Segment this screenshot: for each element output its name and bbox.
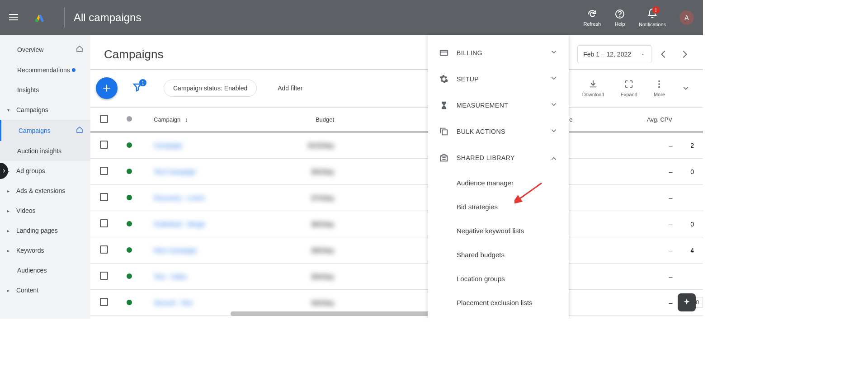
row-status[interactable] bbox=[118, 237, 145, 264]
status-header[interactable] bbox=[118, 108, 145, 132]
row-checkbox[interactable] bbox=[90, 290, 118, 316]
panel-section-measurement[interactable]: MEASUREMENT bbox=[428, 92, 569, 118]
help-button[interactable]: Help bbox=[614, 9, 625, 27]
chevron-down-icon bbox=[550, 127, 558, 137]
chevron-down-icon bbox=[550, 48, 558, 58]
row-status[interactable] bbox=[118, 185, 145, 211]
row-campaign-name[interactable]: Test - Video bbox=[145, 264, 253, 290]
google-ads-logo[interactable] bbox=[33, 10, 46, 25]
table-row[interactable]: Published - Merge $60/day Video – 0 bbox=[90, 211, 703, 237]
filter-count-badge: 1 bbox=[139, 79, 146, 86]
sidebar-item-insights[interactable]: Insights bbox=[0, 80, 90, 100]
sidebar-item-content[interactable]: ▸ Content bbox=[0, 280, 90, 300]
collapse-toolbar-button[interactable] bbox=[681, 84, 690, 93]
chevron-down-icon bbox=[550, 74, 558, 84]
sidebar-item-landing-pages[interactable]: ▸ Landing pages bbox=[0, 221, 90, 240]
dropdown-icon bbox=[640, 52, 646, 57]
row-avg-cpv: – bbox=[614, 159, 682, 185]
copy-icon bbox=[439, 127, 449, 137]
home-icon bbox=[76, 126, 83, 135]
chevron-down-icon bbox=[550, 100, 558, 110]
add-filter-link[interactable]: Add filter bbox=[278, 85, 302, 92]
budget-header[interactable]: Budget bbox=[253, 108, 343, 132]
sidebar-label: Audiences bbox=[17, 267, 47, 274]
panel-sub-shared-budgets[interactable]: Shared budgets bbox=[428, 243, 569, 267]
sidebar-item-ad-groups[interactable]: ▸ Ad groups bbox=[0, 161, 90, 181]
row-extra: 4 bbox=[681, 237, 703, 264]
row-status[interactable] bbox=[118, 264, 145, 290]
date-range-picker[interactable]: Feb 1 – 12, 2022 bbox=[577, 45, 651, 63]
caret-down-icon: ▾ bbox=[7, 108, 12, 113]
sidebar-item-videos[interactable]: ▸ Videos bbox=[0, 201, 90, 221]
menu-icon[interactable] bbox=[9, 12, 20, 23]
row-checkbox[interactable] bbox=[90, 132, 118, 159]
table-row[interactable]: Test - Video $90/day Video – bbox=[90, 264, 703, 290]
more-button[interactable]: More bbox=[654, 79, 665, 97]
recommendations-dot-icon bbox=[72, 68, 75, 72]
avg-cpv-header[interactable]: Avg. CPV bbox=[614, 108, 682, 132]
panel-section-shared-library[interactable]: SHARED LIBRARY bbox=[428, 145, 569, 171]
sidebar-label: Ad groups bbox=[16, 167, 45, 174]
filter-button[interactable]: 1 bbox=[132, 82, 143, 94]
panel-sub-asset-library[interactable]: Asset Library NEW bbox=[428, 315, 569, 319]
notifications-button[interactable]: ! Notifications bbox=[639, 8, 666, 27]
table-row[interactable]: Campaign $100/day Video – 2 bbox=[90, 132, 703, 159]
select-all-header[interactable] bbox=[90, 108, 118, 132]
row-checkbox[interactable] bbox=[90, 237, 118, 264]
row-status[interactable] bbox=[118, 132, 145, 159]
row-avg-cpv: – bbox=[614, 211, 682, 237]
assist-button[interactable] bbox=[678, 293, 696, 311]
date-next-button[interactable] bbox=[679, 49, 689, 59]
sidebar-label: Videos bbox=[16, 207, 36, 214]
panel-sub-location-groups[interactable]: Location groups bbox=[428, 267, 569, 291]
row-checkbox[interactable] bbox=[90, 264, 118, 290]
row-status[interactable] bbox=[118, 159, 145, 185]
row-campaign-name[interactable]: Test Campaign bbox=[145, 159, 253, 185]
sidebar-item-keywords[interactable]: ▸ Keywords bbox=[0, 240, 90, 260]
card-icon bbox=[439, 48, 449, 58]
sidebar-label: Insights bbox=[17, 86, 39, 94]
chevron-up-icon bbox=[550, 153, 558, 163]
row-checkbox[interactable] bbox=[90, 159, 118, 185]
row-avg-cpv: – bbox=[614, 290, 682, 316]
row-campaign-name[interactable]: Published - Merge bbox=[145, 211, 253, 237]
panel-section-billing[interactable]: BILLING bbox=[428, 40, 569, 66]
download-button[interactable]: Download bbox=[582, 79, 604, 97]
row-status[interactable] bbox=[118, 290, 145, 316]
expand-button[interactable]: Expand bbox=[621, 79, 637, 97]
date-prev-button[interactable] bbox=[659, 49, 669, 59]
table-row[interactable]: New Campaign $80/day Video – 4 bbox=[90, 237, 703, 264]
row-extra bbox=[681, 185, 703, 211]
sidebar-item-campaigns-group[interactable]: ▾ Campaigns bbox=[0, 100, 90, 120]
refresh-button[interactable]: Refresh bbox=[584, 9, 601, 27]
sidebar-item-recommendations[interactable]: Recommendations bbox=[0, 60, 90, 80]
sidebar-label: Overview bbox=[17, 46, 43, 53]
sidebar-item-auction-insights[interactable]: Auction insights bbox=[0, 141, 90, 161]
row-budget: $60/day bbox=[253, 211, 343, 237]
create-campaign-button[interactable] bbox=[96, 77, 118, 99]
campaign-header[interactable]: Campaign ↓ bbox=[145, 108, 253, 132]
panel-section-bulk-actions[interactable]: BULK ACTIONS bbox=[428, 118, 569, 145]
campaigns-table: Campaign ↓ Budget Campaign type Avg. CPV… bbox=[90, 108, 703, 316]
panel-sub-placement-exclusion-lists[interactable]: Placement exclusion lists bbox=[428, 291, 569, 315]
table-row[interactable]: Test Campaign $50/day Video – 0 bbox=[90, 159, 703, 185]
row-checkbox[interactable] bbox=[90, 211, 118, 237]
panel-sub-negative-keyword-lists[interactable]: Negative keyword lists bbox=[428, 219, 569, 243]
row-avg-cpv: – bbox=[614, 264, 682, 290]
row-status[interactable] bbox=[118, 211, 145, 237]
table-row[interactable]: Discovery - Lorem $75/day Video – bbox=[90, 185, 703, 211]
row-checkbox[interactable] bbox=[90, 185, 118, 211]
panel-sub-bid-strategies[interactable]: Bid strategies bbox=[428, 195, 569, 219]
sidebar-item-campaigns[interactable]: Campaigns bbox=[0, 120, 90, 141]
row-campaign-name[interactable]: Campaign bbox=[145, 132, 253, 159]
avatar[interactable]: A bbox=[679, 10, 694, 25]
panel-section-setup[interactable]: SETUP bbox=[428, 66, 569, 92]
sidebar-item-overview[interactable]: Overview bbox=[0, 39, 90, 60]
sidebar-label: Ads & extensions bbox=[16, 187, 65, 194]
sidebar-item-audiences[interactable]: Audiences bbox=[0, 260, 90, 280]
filter-chip-status[interactable]: Campaign status: Enabled bbox=[164, 80, 257, 97]
row-campaign-name[interactable]: New Campaign bbox=[145, 237, 253, 264]
row-campaign-name[interactable]: Discovery - Lorem bbox=[145, 185, 253, 211]
sidebar-item-ads-extensions[interactable]: ▸ Ads & extensions bbox=[0, 181, 90, 201]
panel-sub-audience-manager[interactable]: Audience manager bbox=[428, 171, 569, 195]
